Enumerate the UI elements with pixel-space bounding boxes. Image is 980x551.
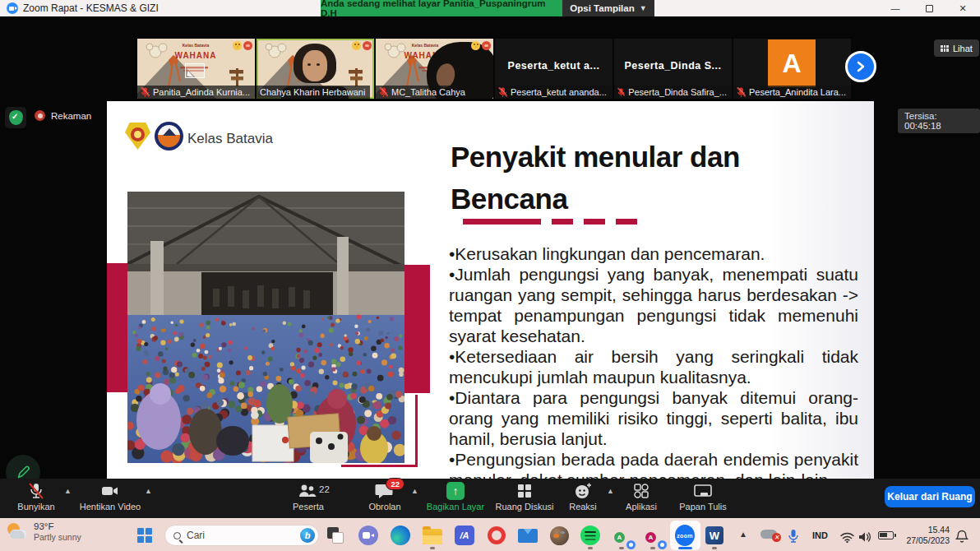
mic-muted-icon <box>27 482 45 500</box>
bing-icon: b <box>300 528 315 543</box>
stop-video-button[interactable]: Hentikan Video <box>77 482 143 512</box>
reaction-emojis <box>471 41 491 50</box>
clap-emoji-icon <box>363 41 372 50</box>
next-participants-button[interactable] <box>845 51 876 82</box>
language-indicator[interactable]: IND <box>812 530 828 540</box>
chat-button[interactable]: 22 Obrolan <box>362 482 408 512</box>
camera-icon <box>100 482 120 500</box>
smiley-emoji-icon <box>352 41 361 50</box>
hidden-icons-chevron[interactable]: ▲ <box>739 530 747 539</box>
profile-badge: A <box>645 532 656 543</box>
apps-button[interactable]: Aplikasi <box>618 482 664 512</box>
window-titlebar: Zoom Rapat - KESMAS & GIZI Anda sedang m… <box>0 0 980 16</box>
zoom-app-icon <box>7 2 18 14</box>
virtual-bg-title: WAHANA <box>175 51 217 60</box>
grid-icon <box>941 45 949 52</box>
participant-thumbnail-chahya[interactable]: Chahya Kharin Herbawani <box>257 39 374 99</box>
zoom-taskbar-icon[interactable]: zoom <box>675 526 695 545</box>
speaker-icon[interactable] <box>855 527 875 547</box>
game-app-icon[interactable] <box>549 526 569 545</box>
spotify-icon[interactable] <box>580 526 600 545</box>
university-logo <box>125 123 150 150</box>
battery-icon[interactable] <box>878 531 894 539</box>
clock[interactable]: 15.44 27/05/2023 <box>900 525 950 546</box>
virtual-bg-small-text: Kelas Batavia <box>183 43 210 48</box>
mail-icon[interactable] <box>518 526 538 545</box>
participant-name-label: Panitia_Adinda Kurnia... <box>137 86 255 99</box>
weather-temp: 93°F <box>34 521 81 532</box>
word-icon[interactable]: W <box>705 526 724 545</box>
chevron-up-icon[interactable]: ▲ <box>411 487 418 495</box>
screen-share-banner: Anda sedang melihat layar Panitia_Puspan… <box>321 0 562 16</box>
participant-center-name: Peserta_ketut a... <box>495 60 612 72</box>
file-explorer-icon[interactable] <box>423 526 442 545</box>
minimize-button[interactable]: — <box>881 0 909 16</box>
windows-taskbar: 93°F Partly sunny Cari b /A A A zoom W ▲… <box>0 518 980 551</box>
accent-band-left <box>107 263 127 392</box>
participant-name-label: Peserta_Anindita Lara... <box>733 86 851 99</box>
participant-thumbnail-dinda[interactable]: Peserta_Dinda S... Peserta_Dinda Safira_… <box>614 39 732 99</box>
view-layout-button[interactable]: Lihat <box>934 39 979 57</box>
maximize-button[interactable] <box>915 0 943 16</box>
participant-center-name: Peserta_Dinda S... <box>614 60 732 72</box>
weather-widget[interactable]: 93°F Partly sunny <box>7 521 81 542</box>
whiteboard-icon <box>693 482 713 500</box>
participant-thumbnail-adinda[interactable]: Kelas Batavia WAHANA Panitia_Adinda Kurn… <box>137 39 255 99</box>
smiley-emoji-icon <box>471 41 480 50</box>
smiley-emoji-icon <box>233 41 242 50</box>
breakout-grid-icon <box>515 482 534 500</box>
breakout-rooms-button[interactable]: Ruang Diskusi <box>493 482 556 512</box>
chat-app-icon[interactable] <box>358 526 378 545</box>
participants-icon <box>298 482 317 500</box>
chrome-profile-green-icon[interactable]: A <box>612 526 631 545</box>
whiteboard-button[interactable]: Papan Tulis <box>676 482 730 512</box>
security-shield-button[interactable] <box>5 107 26 128</box>
time: 15.44 <box>900 525 950 535</box>
search-input[interactable]: Cari b <box>164 525 319 546</box>
recording-icon <box>35 110 45 121</box>
chrome-profile-red-icon[interactable]: A <box>643 526 663 545</box>
task-view-icon[interactable] <box>326 526 345 545</box>
microphone-tray-icon[interactable] <box>784 526 803 546</box>
accent-band-right <box>404 265 430 393</box>
notification-bell-icon[interactable] <box>952 526 972 546</box>
participant-thumbnail-anindita[interactable]: A Peserta_Anindita Lara... <box>733 39 851 99</box>
mic-muted-icon <box>498 87 507 97</box>
slide-photo <box>127 192 404 463</box>
opera-icon[interactable] <box>487 526 506 545</box>
reaction-emojis <box>233 41 252 50</box>
profile-badge: A <box>614 532 625 543</box>
share-screen-button[interactable]: ↑ Bagikan Layar <box>424 482 487 512</box>
chevron-up-icon[interactable]: ▲ <box>64 487 72 495</box>
start-button[interactable] <box>137 528 152 543</box>
onedrive-error-icon[interactable]: ✕ <box>760 528 779 539</box>
bullet-item: •Ketersediaan air bersih yang seringkali… <box>449 346 858 387</box>
running-indicator <box>588 547 593 549</box>
shared-screen-slide: Kelas Batavia <box>107 101 874 495</box>
a-app-icon[interactable]: /A <box>455 526 474 545</box>
chevron-up-icon[interactable]: ▲ <box>145 487 152 495</box>
close-button[interactable]: ✕ <box>949 0 977 16</box>
participants-button[interactable]: 22 Peserta <box>281 482 335 512</box>
running-indicator <box>650 547 655 549</box>
participant-thumbnail-talitha[interactable]: Kelas Batavia WAHANA MC_Talitha Cahya <box>376 39 493 99</box>
view-options-button[interactable]: Opsi Tampilan ▼ <box>562 0 654 16</box>
meeting-area: Kelas Batavia WAHANA Panitia_Adinda Kurn… <box>0 16 980 479</box>
batavia-logo <box>155 122 183 150</box>
active-running-indicator <box>678 547 692 549</box>
search-icon <box>173 532 181 539</box>
edge-icon[interactable] <box>391 526 410 545</box>
recording-indicator[interactable]: Rekaman <box>35 110 91 121</box>
wifi-icon[interactable] <box>837 527 857 547</box>
clap-emoji-icon <box>243 41 252 50</box>
date: 27/05/2023 <box>900 535 950 546</box>
leave-meeting-button[interactable]: Keluar dari Ruang <box>885 486 975 507</box>
reactions-button[interactable]: Reaksi <box>562 482 603 512</box>
accent-corner-line <box>415 395 418 467</box>
mute-button[interactable]: Bunyikan <box>10 482 62 512</box>
participants-count: 22 <box>319 484 330 494</box>
chat-unread-badge: 22 <box>386 478 404 490</box>
participant-thumbnail-ketut[interactable]: Peserta_ketut a... Peserta_ketut ananda.… <box>495 39 612 99</box>
chevron-up-icon[interactable]: ▲ <box>607 487 614 495</box>
shield-check-icon <box>9 110 23 125</box>
